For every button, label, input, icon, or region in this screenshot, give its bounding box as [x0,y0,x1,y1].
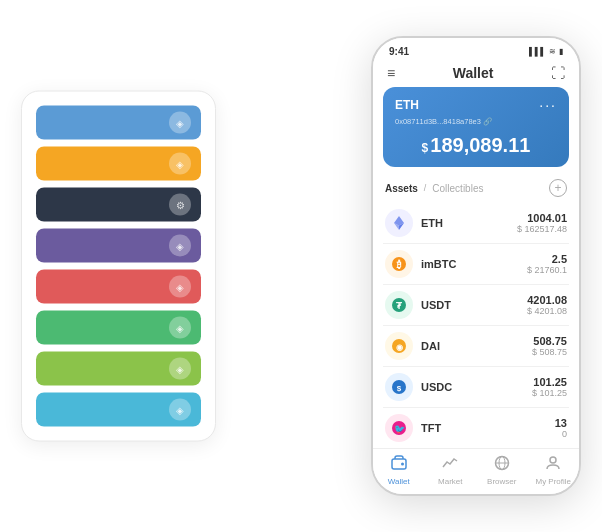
left-card-icon-8: ◈ [169,399,191,421]
asset-item-imbtc[interactable]: ₿ imBTC 2.5 $ 21760.1 [383,244,569,285]
imbtc-icon: ₿ [385,250,413,278]
usdc-asset-name: USDC [421,381,532,393]
wallet-nav-label: Wallet [388,477,410,486]
add-asset-button[interactable]: + [549,179,567,197]
usdt-usd: $ 4201.08 [527,306,567,316]
svg-text:$: $ [397,384,402,393]
dai-asset-name: DAI [421,340,532,352]
left-card-5: ◈ [36,270,201,304]
usdt-icon: ₮ [385,291,413,319]
left-card-icon-3: ⚙ [169,194,191,216]
browser-nav-label: Browser [487,477,516,486]
imbtc-asset-name: imBTC [421,258,527,270]
eth-address: 0x08711d3B...8418a78e3 🔗 [395,117,557,126]
dai-usd: $ 508.75 [532,347,567,357]
left-card-icon-7: ◈ [169,358,191,380]
eth-usd: $ 162517.48 [517,224,567,234]
eth-card-top: ETH ··· [395,97,557,113]
profile-nav-icon [545,455,561,475]
eth-amounts: 1004.01 $ 162517.48 [517,212,567,234]
asset-item-usdt[interactable]: ₮ USDT 4201.08 $ 4201.08 [383,285,569,326]
svg-point-18 [550,457,556,463]
tft-amounts: 13 0 [555,417,567,439]
left-card-3: ⚙ [36,188,201,222]
phone-mockup: 9:41 ▌▌▌ ≋ ▮ ≡ Wallet ⛶ ETH ··· 0x08711d… [371,36,581,496]
eth-balance-value: 189,089.11 [430,134,530,156]
status-time: 9:41 [389,46,409,57]
eth-icon [385,209,413,237]
left-card-icon-6: ◈ [169,317,191,339]
left-panel: ◈ ◈ ⚙ ◈ ◈ ◈ ◈ ◈ [21,91,216,442]
battery-icon: ▮ [559,47,563,56]
scene: ◈ ◈ ⚙ ◈ ◈ ◈ ◈ ◈ 9:41 ▌▌▌ ≋ [21,16,581,516]
tab-collectibles[interactable]: Collectibles [432,183,483,194]
nav-wallet[interactable]: Wallet [373,455,425,486]
usdt-amount: 4201.08 [527,294,567,306]
assets-header: Assets / Collectibles + [373,175,579,203]
usdc-amount: 101.25 [532,376,567,388]
tft-amount: 13 [555,417,567,429]
asset-item-tft[interactable]: 🐦 TFT 13 0 [383,408,569,448]
imbtc-usd: $ 21760.1 [527,265,567,275]
usdt-amounts: 4201.08 $ 4201.08 [527,294,567,316]
tab-divider: / [424,183,427,193]
eth-card[interactable]: ETH ··· 0x08711d3B...8418a78e3 🔗 $189,08… [383,87,569,167]
left-card-7: ◈ [36,352,201,386]
status-bar: 9:41 ▌▌▌ ≋ ▮ [373,38,579,61]
tft-icon: 🐦 [385,414,413,442]
eth-dollar-sign: $ [422,141,429,155]
market-nav-label: Market [438,477,462,486]
asset-item-dai[interactable]: ◉ DAI 508.75 $ 508.75 [383,326,569,367]
usdc-amounts: 101.25 $ 101.25 [532,376,567,398]
usdc-icon: $ [385,373,413,401]
svg-text:₮: ₮ [396,301,403,311]
assets-tabs: Assets / Collectibles [385,183,483,194]
wallet-nav-icon [391,455,407,475]
svg-text:🐦: 🐦 [394,423,406,435]
tft-asset-name: TFT [421,422,555,434]
dai-amounts: 508.75 $ 508.75 [532,335,567,357]
left-card-icon-1: ◈ [169,112,191,134]
nav-market[interactable]: Market [425,455,477,486]
eth-amount: 1004.01 [517,212,567,224]
scan-icon[interactable]: ⛶ [551,65,565,81]
tft-usd: 0 [555,429,567,439]
header-title: Wallet [453,65,494,81]
left-card-icon-4: ◈ [169,235,191,257]
asset-list: ETH 1004.01 $ 162517.48 ₿ imBTC 2.5 $ 21… [373,203,579,448]
eth-more-icon[interactable]: ··· [539,97,557,113]
phone-header: ≡ Wallet ⛶ [373,61,579,87]
asset-item-usdc[interactable]: $ USDC 101.25 $ 101.25 [383,367,569,408]
nav-browser[interactable]: Browser [476,455,528,486]
eth-label: ETH [395,98,419,112]
left-card-2: ◈ [36,147,201,181]
market-nav-icon [442,455,458,475]
nav-profile[interactable]: My Profile [528,455,580,486]
asset-item-eth[interactable]: ETH 1004.01 $ 162517.48 [383,203,569,244]
usdt-asset-name: USDT [421,299,527,311]
left-card-icon-5: ◈ [169,276,191,298]
usdc-usd: $ 101.25 [532,388,567,398]
imbtc-amounts: 2.5 $ 21760.1 [527,253,567,275]
dai-amount: 508.75 [532,335,567,347]
bottom-nav: Wallet Market Browser My Profile [373,448,579,494]
left-card-4: ◈ [36,229,201,263]
menu-icon[interactable]: ≡ [387,65,395,81]
signal-icon: ▌▌▌ [529,47,546,56]
wifi-icon: ≋ [549,47,556,56]
status-icons: ▌▌▌ ≋ ▮ [529,47,563,56]
tab-assets[interactable]: Assets [385,183,418,194]
eth-asset-name: ETH [421,217,517,229]
left-card-icon-2: ◈ [169,153,191,175]
svg-point-14 [401,463,404,466]
left-card-8: ◈ [36,393,201,427]
left-card-6: ◈ [36,311,201,345]
eth-balance: $189,089.11 [395,134,557,157]
svg-text:◉: ◉ [396,343,403,352]
dai-icon: ◉ [385,332,413,360]
imbtc-amount: 2.5 [527,253,567,265]
browser-nav-icon [494,455,510,475]
profile-nav-label: My Profile [535,477,571,486]
left-card-1: ◈ [36,106,201,140]
